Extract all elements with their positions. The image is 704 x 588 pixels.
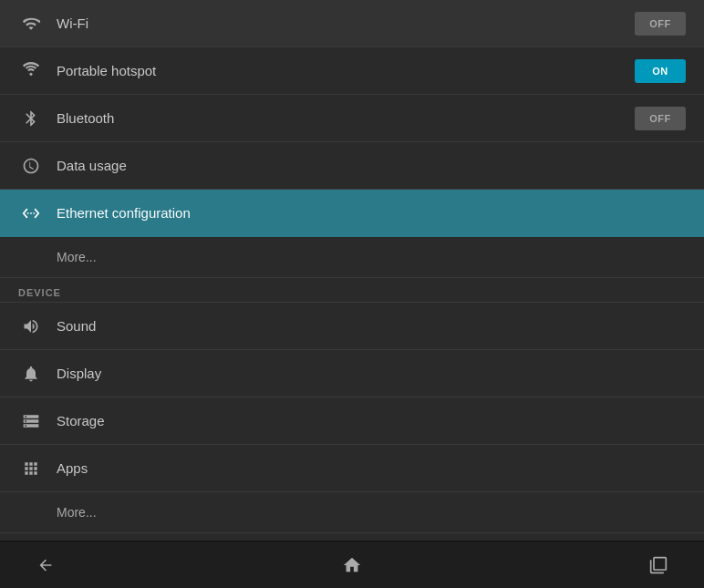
settings-item-data-usage[interactable]: Data usage [0,142,704,190]
settings-item-wifi[interactable]: Wi-Fi OFF [0,0,704,47]
apps-icon [18,456,44,481]
wifi-toggle[interactable]: OFF [635,12,686,36]
apps-label: Apps [57,460,686,476]
home-button[interactable] [334,547,370,583]
settings-item-apps[interactable]: Apps [0,445,704,492]
device-section-header: DEVICE [0,278,704,303]
settings-item-bluetooth[interactable]: Bluetooth OFF [0,95,704,142]
hotspot-toggle[interactable]: ON [635,59,686,83]
bluetooth-icon [18,106,44,131]
bluetooth-label: Bluetooth [57,110,635,126]
settings-item-display[interactable]: Display [0,350,704,397]
more-device-label: More... [57,505,97,520]
storage-icon [18,408,44,434]
settings-item-sound[interactable]: Sound [0,303,704,350]
settings-list: Wi-Fi OFF Portable hotspot ON Bluetooth … [0,0,704,541]
sound-icon [18,314,44,339]
settings-item-ethernet[interactable]: Ethernet configuration [0,190,704,237]
sound-label: Sound [57,318,686,334]
more-wireless-label: More... [57,250,97,264]
display-icon [18,361,44,387]
ethernet-icon [18,201,44,226]
bluetooth-toggle[interactable]: OFF [635,107,686,130]
data-usage-label: Data usage [57,158,686,173]
ethernet-label: Ethernet configuration [57,205,686,221]
personal-section-header: PERSONAL [0,533,704,541]
wifi-icon [18,11,44,36]
wifi-label: Wi-Fi [57,15,635,31]
nav-bar [0,541,704,588]
more-wireless-item[interactable]: More... [0,237,704,278]
data-usage-icon [18,153,44,179]
back-button[interactable] [27,547,64,583]
storage-label: Storage [57,413,686,428]
settings-item-storage[interactable]: Storage [0,397,704,445]
more-device-item[interactable]: More... [0,492,704,533]
display-label: Display [57,366,686,381]
settings-item-hotspot[interactable]: Portable hotspot ON [0,47,704,95]
recents-button[interactable] [640,547,677,583]
hotspot-icon [18,58,44,84]
hotspot-label: Portable hotspot [57,63,635,78]
